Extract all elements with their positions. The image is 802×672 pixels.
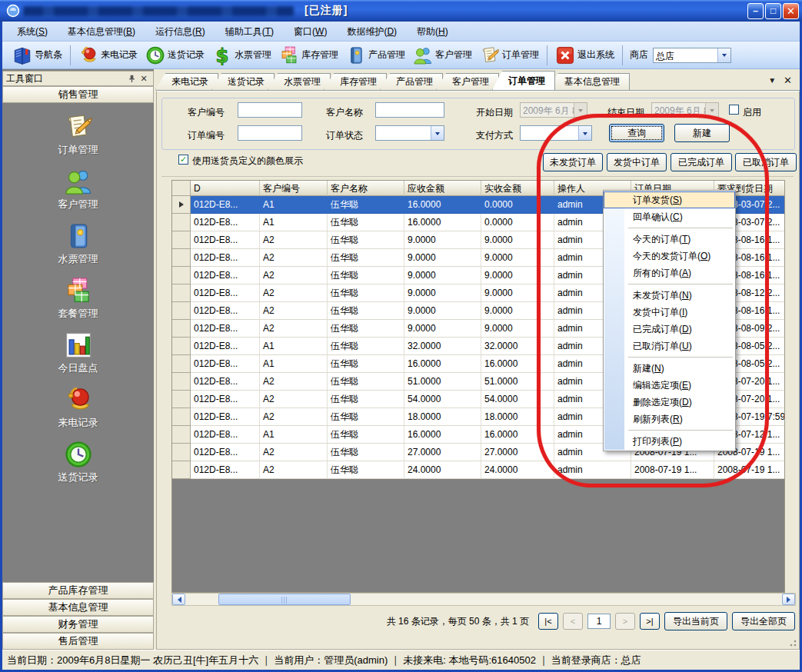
context-menu-item-shipping-orders[interactable]: 发货中订单(I) xyxy=(604,304,735,321)
tool-window-close-icon[interactable]: ✕ xyxy=(138,73,150,84)
export-all-pages-button[interactable]: 导出全部页 xyxy=(732,612,795,630)
row-selector-cell[interactable] xyxy=(172,338,191,355)
maximize-button[interactable]: □ xyxy=(765,3,781,19)
horizontal-scrollbar[interactable] xyxy=(171,593,796,606)
tab-inventory[interactable]: 库存管理 xyxy=(324,73,387,90)
scroll-left-icon[interactable] xyxy=(172,594,185,605)
status-filter-button-3[interactable]: 已取消订单 xyxy=(735,153,797,171)
row-selector-cell[interactable] xyxy=(172,214,191,231)
row-selector-cell[interactable] xyxy=(172,231,191,249)
sidebar-item-today-check[interactable]: 今日盘点 xyxy=(58,331,98,375)
row-selector-cell[interactable] xyxy=(172,196,191,214)
toolbar-button-inventory[interactable]: 库存管理 xyxy=(275,44,342,67)
chevron-down-icon[interactable] xyxy=(578,126,591,140)
row-selector-cell[interactable] xyxy=(172,284,191,302)
tab-product[interactable]: 产品管理 xyxy=(380,73,443,90)
toolbar-button-order[interactable]: 订单管理 xyxy=(476,44,543,67)
close-button[interactable]: ✕ xyxy=(783,3,799,19)
page-number-input[interactable] xyxy=(587,614,611,629)
toolbar-button-exit[interactable]: 退出系统 xyxy=(551,44,618,67)
chevron-down-icon[interactable] xyxy=(717,48,730,62)
table-row[interactable]: 012D-E8...A2伍华聪24.000024.0000admin2008-0… xyxy=(172,461,785,479)
next-page-button[interactable]: > xyxy=(615,613,635,630)
context-menu-item-all-orders[interactable]: 所有的订单(A) xyxy=(604,264,735,281)
menubar-item-window[interactable]: 窗口(W) xyxy=(284,22,337,41)
toolbar-button-product[interactable]: 产品管理 xyxy=(342,44,409,67)
new-button[interactable]: 新建 xyxy=(674,124,730,142)
scrollbar-thumb[interactable] xyxy=(218,594,351,605)
start-date-picker[interactable]: 2009年 6月 8日 xyxy=(520,102,587,118)
query-button[interactable]: 查询 xyxy=(609,124,664,142)
order-no-input[interactable] xyxy=(238,125,302,141)
row-selector-cell[interactable] xyxy=(172,302,191,320)
row-selector-cell[interactable] xyxy=(172,320,191,338)
menubar-item-basic-info[interactable]: 基本信息管理(B) xyxy=(58,22,145,41)
row-selector-cell[interactable] xyxy=(172,461,191,479)
sidebar-group-2[interactable]: 财务管理 xyxy=(2,616,154,633)
sidebar-item-customer[interactable]: 客户管理 xyxy=(58,167,98,211)
tab-call-records[interactable]: 来电记录 xyxy=(155,73,218,90)
context-menu-item-completed-orders[interactable]: 已完成订单(D) xyxy=(604,321,735,338)
scroll-right-icon[interactable] xyxy=(782,594,795,605)
toolbar-button-water-ticket[interactable]: $水票管理 xyxy=(208,44,275,67)
last-page-button[interactable]: >| xyxy=(640,613,660,630)
tab-order[interactable]: 订单管理 xyxy=(492,71,555,90)
order-status-select[interactable] xyxy=(375,125,444,141)
column-header-customer_no[interactable]: 客户编号 xyxy=(260,181,328,196)
toolbar-button-call-records[interactable]: 来电记录 xyxy=(75,44,141,67)
context-menu-item-print-list[interactable]: 打印列表(P) xyxy=(604,433,735,450)
sidebar-item-delivery-records[interactable]: 送货记录 xyxy=(58,440,98,484)
context-menu-item-edit-selected[interactable]: 编辑选定项(E) xyxy=(604,377,735,394)
status-filter-button-2[interactable]: 已完成订单 xyxy=(671,153,732,171)
pay-method-select[interactable] xyxy=(520,125,592,141)
row-selector-cell[interactable] xyxy=(172,267,191,284)
row-selector-cell[interactable] xyxy=(172,249,191,267)
delivery-color-checkbox[interactable]: ✓ xyxy=(178,155,188,165)
sidebar-group-0[interactable]: 产品库存管理 xyxy=(2,582,154,599)
menubar-item-system[interactable]: 系统(S) xyxy=(7,22,58,41)
row-selector-cell[interactable] xyxy=(172,444,191,461)
sidebar-group-sales[interactable]: 销售管理 xyxy=(2,86,154,103)
tab-basic-info[interactable]: 基本信息管理 xyxy=(548,73,630,90)
context-menu-item-order-ship[interactable]: 订单发货(S) xyxy=(604,191,735,208)
toolbar-button-customer[interactable]: 客户管理 xyxy=(409,44,476,67)
status-filter-button-1[interactable]: 发货中订单 xyxy=(607,153,667,171)
row-selector-cell[interactable] xyxy=(172,355,191,373)
tab-water-ticket[interactable]: 水票管理 xyxy=(268,73,331,90)
toolbar-button-nav-bar[interactable]: 导航条 xyxy=(8,44,66,67)
shop-select[interactable]: 总店 xyxy=(653,48,731,63)
column-header-receivable[interactable]: 应收金额 xyxy=(404,181,481,196)
sidebar-item-package[interactable]: 套餐管理 xyxy=(58,276,98,321)
customer-name-input[interactable] xyxy=(375,102,444,118)
context-menu-item-new[interactable]: 新建(N) xyxy=(604,360,735,377)
column-header-received[interactable]: 实收金额 xyxy=(481,181,554,196)
row-selector-cell[interactable] xyxy=(172,391,191,408)
toolbar-button-delivery-records[interactable]: 送货记录 xyxy=(141,44,208,67)
context-menu-item-today-shipped-orders[interactable]: 今天的发货订单(O) xyxy=(604,248,735,264)
sidebar-group-3[interactable]: 售后管理 xyxy=(2,633,154,650)
row-selector-cell[interactable] xyxy=(172,426,191,444)
resize-grip[interactable] xyxy=(787,637,797,647)
context-menu-item-receipt-confirm[interactable]: 回单确认(C) xyxy=(604,208,735,225)
chevron-down-icon[interactable] xyxy=(431,126,444,140)
export-current-page-button[interactable]: 导出当前页 xyxy=(664,612,727,630)
column-header-id[interactable]: D xyxy=(191,181,260,196)
customer-no-input[interactable] xyxy=(238,102,302,118)
pin-icon[interactable] xyxy=(125,73,138,84)
menubar-item-help[interactable]: 帮助(H) xyxy=(407,22,458,41)
end-date-picker[interactable]: 2009年 6月 8日 xyxy=(651,102,719,118)
context-menu-item-unshipped-orders[interactable]: 未发货订单(N) xyxy=(604,287,735,304)
menubar-item-runtime-info[interactable]: 运行信息(R) xyxy=(145,22,215,41)
sidebar-item-order[interactable]: 订单管理 xyxy=(58,112,98,157)
first-page-button[interactable]: |< xyxy=(538,613,558,630)
tab-delivery-records[interactable]: 送货记录 xyxy=(211,73,275,90)
column-header-customer_name[interactable]: 客户名称 xyxy=(328,181,404,196)
status-filter-button-0[interactable]: 未发货订单 xyxy=(543,153,603,171)
sidebar-item-call-records[interactable]: 来电记录 xyxy=(58,385,98,430)
prev-page-button[interactable]: < xyxy=(563,613,583,630)
menubar-item-aux-tools[interactable]: 辅助工具(T) xyxy=(215,22,284,41)
enable-checkbox[interactable] xyxy=(729,105,739,115)
context-menu-item-today-orders[interactable]: 今天的订单(T) xyxy=(604,231,735,248)
tab-customer[interactable]: 客户管理 xyxy=(436,73,499,90)
context-menu-item-delete-selected[interactable]: 删除选定项(D) xyxy=(604,394,735,411)
